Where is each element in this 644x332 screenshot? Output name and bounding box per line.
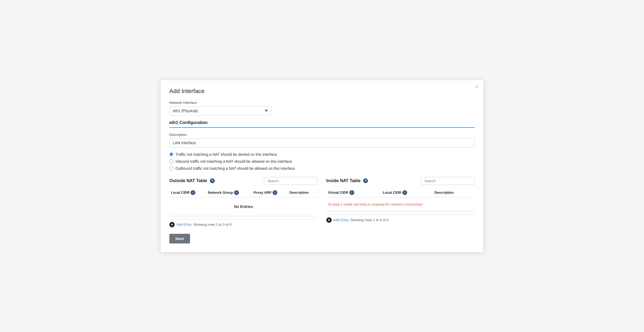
radio-input-2[interactable] [169, 159, 173, 163]
radio-group: Traffic not matching a NAT should be den… [169, 152, 475, 171]
add-interface-modal: × Add Interface Network Interface eth1 (… [161, 80, 483, 252]
outside-nat-add-meta: Showing rows 1 to 0 of 0 [193, 222, 231, 227]
radio-label-3: Outbound traffic not matching a NAT shou… [176, 166, 295, 171]
close-button[interactable]: × [475, 84, 478, 89]
nat-tables-row: Outside NAT Table ? Local CIDR i [169, 177, 475, 227]
inside-nat-title: Inside NAT Table [326, 178, 360, 183]
outside-nat-title: Outside NAT Table [169, 178, 207, 183]
inside-nat-table: Virtual CIDR i Local CIDR i Description [326, 188, 475, 211]
outside-proxy-arp-info-icon[interactable]: i [273, 190, 277, 195]
radio-option-2[interactable]: Inbound traffic not matching a NAT shoul… [169, 159, 475, 164]
outside-nat-add-row: + Add Entry Showing rows 1 to 0 of 0 [169, 219, 318, 227]
radio-input-3[interactable] [169, 166, 173, 170]
network-interface-group: Network Interface eth1 (Physical) eth0 (… [169, 101, 475, 115]
description-group: Description [169, 133, 475, 147]
inside-virtual-cidr-info-icon[interactable]: i [349, 190, 354, 195]
inside-nat-add-entry-link[interactable]: Add Entry [333, 218, 349, 222]
inside-nat-add-row: + Add Entry Showing rows 1 to 0 of 0 [326, 214, 475, 223]
outside-nat-add-entry-link[interactable]: Add Entry [176, 222, 192, 227]
outside-nat-section: Outside NAT Table ? Local CIDR i [169, 177, 318, 227]
inside-virtual-cidr-header: Virtual CIDR i [326, 188, 381, 197]
save-button[interactable]: Save [169, 234, 190, 243]
inside-nat-add-meta: Showing rows 1 to 0 of 0 [350, 218, 388, 222]
eth1-config-section: eth1 Configuration Description Traffic n… [169, 120, 475, 171]
inside-nat-section: Inside NAT Table ? Virtual CIDR i [326, 177, 475, 227]
description-input[interactable] [169, 138, 475, 147]
outside-nat-header: Outside NAT Table ? [169, 177, 318, 185]
inside-description-header: Description [433, 188, 475, 197]
radio-label-2: Inbound traffic not matching a NAT shoul… [176, 159, 292, 164]
outside-local-cidr-info-icon[interactable]: i [191, 190, 195, 195]
inside-nat-warning: At least 1 inside nat entry is required … [328, 200, 473, 209]
outside-network-group-info-icon[interactable]: i [234, 190, 239, 195]
outside-proxy-arp-header: Proxy ARP i [252, 188, 288, 197]
modal-title: Add Interface [169, 88, 475, 95]
outside-description-header: Description [288, 188, 318, 197]
network-interface-label: Network Interface [169, 101, 475, 105]
description-label: Description [169, 133, 475, 137]
outside-local-cidr-header: Local CIDR i [169, 188, 206, 197]
outside-nat-add-icon[interactable]: + [169, 222, 175, 227]
radio-label-1: Traffic not matching a NAT should be den… [176, 152, 277, 157]
radio-input-1[interactable] [169, 152, 173, 156]
inside-nat-add-icon[interactable]: + [326, 217, 332, 223]
radio-option-3[interactable]: Outbound traffic not matching a NAT shou… [169, 166, 475, 171]
outside-nat-table: Local CIDR i Network Group i [169, 188, 318, 216]
outside-nat-info-icon[interactable]: ? [210, 178, 215, 183]
inside-nat-search[interactable] [421, 177, 475, 185]
outside-network-group-header: Network Group i [206, 188, 252, 197]
inside-local-cidr-info-icon[interactable]: i [402, 190, 407, 195]
outside-nat-search[interactable] [264, 177, 318, 185]
inside-local-cidr-header: Local CIDR i [381, 188, 433, 197]
network-interface-select[interactable]: eth1 (Physical) eth0 (Physical) eth2 (Ph… [169, 106, 271, 115]
outside-nat-no-entries: No Entries [171, 200, 316, 214]
inside-nat-info-icon[interactable]: ? [363, 178, 368, 183]
inside-nat-header: Inside NAT Table ? [326, 177, 475, 185]
section-title: eth1 Configuration [169, 120, 475, 128]
radio-option-1[interactable]: Traffic not matching a NAT should be den… [169, 152, 475, 157]
